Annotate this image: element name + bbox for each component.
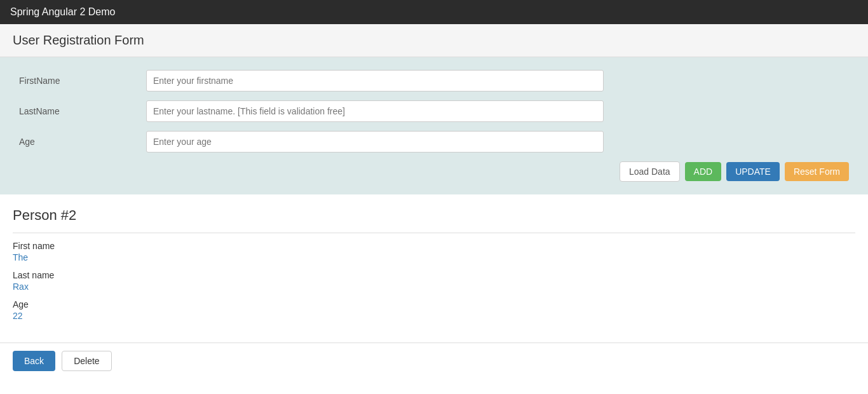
divider-top — [13, 233, 855, 233]
person-title: Person #2 — [13, 207, 855, 224]
last-name-field-value: Rax — [13, 282, 855, 292]
reset-form-button[interactable]: Reset Form — [785, 162, 849, 181]
firstname-input[interactable] — [146, 70, 604, 92]
age-field-value: 22 — [13, 311, 855, 321]
age-input[interactable] — [146, 131, 604, 153]
navbar-title: Spring Angular 2 Demo — [10, 6, 115, 17]
first-name-field-label: First name — [13, 241, 855, 251]
first-name-field-value: The — [13, 252, 855, 262]
last-name-field-label: Last name — [13, 270, 855, 280]
form-section-header: User Registration Form — [0, 24, 868, 57]
bottom-actions: Back Delete — [0, 343, 868, 379]
firstname-group: FirstName — [19, 70, 849, 92]
back-button[interactable]: Back — [13, 351, 55, 371]
form-title: User Registration Form — [13, 33, 144, 47]
age-group: Age — [19, 131, 849, 153]
navbar: Spring Angular 2 Demo — [0, 0, 868, 24]
update-button[interactable]: UPDATE — [726, 162, 780, 181]
person-section: Person #2 First name The Last name Rax A… — [0, 194, 868, 336]
lastname-label: LastName — [19, 106, 146, 116]
lastname-group: LastName — [19, 100, 849, 122]
form-wrapper: FirstName LastName Age Load Data ADD UPD… — [0, 57, 868, 194]
firstname-label: FirstName — [19, 76, 146, 86]
age-label: Age — [19, 137, 146, 147]
form-actions: Load Data ADD UPDATE Reset Form — [19, 161, 849, 182]
load-data-button[interactable]: Load Data — [620, 161, 680, 182]
age-field-label: Age — [13, 299, 855, 309]
add-button[interactable]: ADD — [685, 162, 722, 181]
delete-button[interactable]: Delete — [62, 351, 111, 371]
lastname-input[interactable] — [146, 100, 604, 122]
